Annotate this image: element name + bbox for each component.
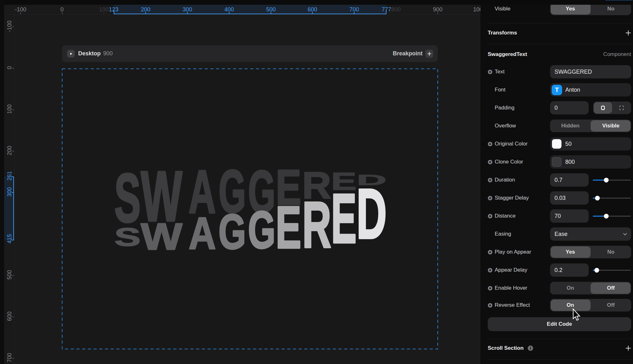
svg-text:G: G — [248, 200, 276, 259]
svg-text:E: E — [331, 179, 356, 257]
svg-text:S: S — [114, 223, 141, 251]
svg-text:D: D — [356, 174, 387, 253]
svg-text:E: E — [276, 194, 301, 261]
svg-text:R: R — [302, 188, 331, 261]
svg-text:G: G — [218, 204, 246, 259]
svg-text:W: W — [141, 216, 183, 257]
svg-text:A: A — [189, 207, 216, 258]
